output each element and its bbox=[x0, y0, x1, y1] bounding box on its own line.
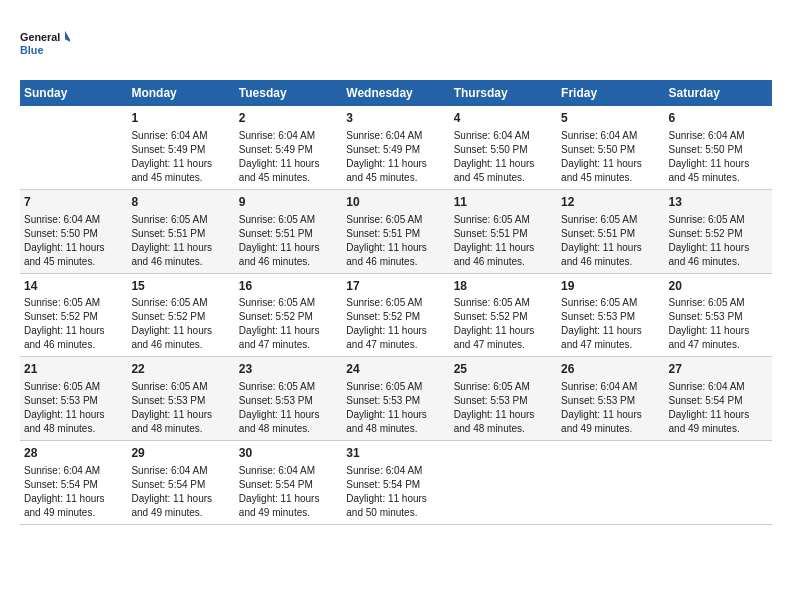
sunrise-text: Sunrise: 6:05 AM bbox=[454, 214, 530, 225]
sunrise-text: Sunrise: 6:04 AM bbox=[239, 130, 315, 141]
logo: General Blue bbox=[20, 20, 70, 70]
cell-details: Sunrise: 6:04 AMSunset: 5:54 PMDaylight:… bbox=[239, 464, 338, 520]
daylight-text: Daylight: 11 hours and 46 minutes. bbox=[561, 242, 642, 267]
sunrise-text: Sunrise: 6:04 AM bbox=[346, 465, 422, 476]
cell-details: Sunrise: 6:05 AMSunset: 5:52 PMDaylight:… bbox=[669, 213, 768, 269]
cell-details: Sunrise: 6:04 AMSunset: 5:50 PMDaylight:… bbox=[24, 213, 123, 269]
day-number: 17 bbox=[346, 278, 445, 295]
day-number: 2 bbox=[239, 110, 338, 127]
day-number: 16 bbox=[239, 278, 338, 295]
day-number: 28 bbox=[24, 445, 123, 462]
svg-text:Blue: Blue bbox=[20, 44, 43, 56]
cell-details: Sunrise: 6:04 AMSunset: 5:54 PMDaylight:… bbox=[24, 464, 123, 520]
page-header: General Blue bbox=[20, 20, 772, 70]
sunrise-text: Sunrise: 6:05 AM bbox=[454, 297, 530, 308]
cell-details: Sunrise: 6:04 AMSunset: 5:53 PMDaylight:… bbox=[561, 380, 660, 436]
cell-details: Sunrise: 6:05 AMSunset: 5:53 PMDaylight:… bbox=[239, 380, 338, 436]
sunset-text: Sunset: 5:50 PM bbox=[24, 228, 98, 239]
daylight-text: Daylight: 11 hours and 48 minutes. bbox=[454, 409, 535, 434]
daylight-text: Daylight: 11 hours and 45 minutes. bbox=[24, 242, 105, 267]
sunset-text: Sunset: 5:50 PM bbox=[669, 144, 743, 155]
calendar-week-4: 21Sunrise: 6:05 AMSunset: 5:53 PMDayligh… bbox=[20, 357, 772, 441]
sunrise-text: Sunrise: 6:04 AM bbox=[239, 465, 315, 476]
calendar-cell: 20Sunrise: 6:05 AMSunset: 5:53 PMDayligh… bbox=[665, 273, 772, 357]
sunset-text: Sunset: 5:54 PM bbox=[669, 395, 743, 406]
sunset-text: Sunset: 5:52 PM bbox=[24, 311, 98, 322]
daylight-text: Daylight: 11 hours and 48 minutes. bbox=[131, 409, 212, 434]
sunrise-text: Sunrise: 6:04 AM bbox=[24, 214, 100, 225]
sunset-text: Sunset: 5:49 PM bbox=[346, 144, 420, 155]
cell-details: Sunrise: 6:04 AMSunset: 5:50 PMDaylight:… bbox=[669, 129, 768, 185]
day-number: 12 bbox=[561, 194, 660, 211]
day-number: 15 bbox=[131, 278, 230, 295]
daylight-text: Daylight: 11 hours and 49 minutes. bbox=[24, 493, 105, 518]
weekday-header-saturday: Saturday bbox=[665, 80, 772, 106]
sunset-text: Sunset: 5:53 PM bbox=[131, 395, 205, 406]
calendar-week-5: 28Sunrise: 6:04 AMSunset: 5:54 PMDayligh… bbox=[20, 441, 772, 525]
sunset-text: Sunset: 5:52 PM bbox=[239, 311, 313, 322]
calendar-cell: 31Sunrise: 6:04 AMSunset: 5:54 PMDayligh… bbox=[342, 441, 449, 525]
day-number: 31 bbox=[346, 445, 445, 462]
day-number: 9 bbox=[239, 194, 338, 211]
sunrise-text: Sunrise: 6:05 AM bbox=[454, 381, 530, 392]
calendar-cell bbox=[450, 441, 557, 525]
cell-details: Sunrise: 6:04 AMSunset: 5:54 PMDaylight:… bbox=[131, 464, 230, 520]
cell-details: Sunrise: 6:04 AMSunset: 5:50 PMDaylight:… bbox=[561, 129, 660, 185]
sunset-text: Sunset: 5:53 PM bbox=[561, 395, 635, 406]
sunset-text: Sunset: 5:51 PM bbox=[239, 228, 313, 239]
svg-marker-2 bbox=[65, 31, 70, 43]
sunset-text: Sunset: 5:50 PM bbox=[561, 144, 635, 155]
daylight-text: Daylight: 11 hours and 49 minutes. bbox=[239, 493, 320, 518]
calendar-cell: 9Sunrise: 6:05 AMSunset: 5:51 PMDaylight… bbox=[235, 189, 342, 273]
sunset-text: Sunset: 5:52 PM bbox=[669, 228, 743, 239]
weekday-header-sunday: Sunday bbox=[20, 80, 127, 106]
day-number: 22 bbox=[131, 361, 230, 378]
day-number: 20 bbox=[669, 278, 768, 295]
sunrise-text: Sunrise: 6:05 AM bbox=[346, 381, 422, 392]
calendar-cell: 19Sunrise: 6:05 AMSunset: 5:53 PMDayligh… bbox=[557, 273, 664, 357]
day-number: 21 bbox=[24, 361, 123, 378]
sunset-text: Sunset: 5:54 PM bbox=[239, 479, 313, 490]
calendar-cell: 23Sunrise: 6:05 AMSunset: 5:53 PMDayligh… bbox=[235, 357, 342, 441]
sunrise-text: Sunrise: 6:04 AM bbox=[131, 465, 207, 476]
daylight-text: Daylight: 11 hours and 45 minutes. bbox=[561, 158, 642, 183]
svg-text:General: General bbox=[20, 31, 60, 43]
sunrise-text: Sunrise: 6:05 AM bbox=[131, 381, 207, 392]
cell-details: Sunrise: 6:05 AMSunset: 5:53 PMDaylight:… bbox=[669, 296, 768, 352]
daylight-text: Daylight: 11 hours and 45 minutes. bbox=[239, 158, 320, 183]
calendar-week-1: 1Sunrise: 6:04 AMSunset: 5:49 PMDaylight… bbox=[20, 106, 772, 189]
sunrise-text: Sunrise: 6:05 AM bbox=[346, 214, 422, 225]
calendar-cell: 4Sunrise: 6:04 AMSunset: 5:50 PMDaylight… bbox=[450, 106, 557, 189]
day-number: 6 bbox=[669, 110, 768, 127]
calendar-cell: 18Sunrise: 6:05 AMSunset: 5:52 PMDayligh… bbox=[450, 273, 557, 357]
day-number: 14 bbox=[24, 278, 123, 295]
daylight-text: Daylight: 11 hours and 46 minutes. bbox=[131, 242, 212, 267]
cell-details: Sunrise: 6:05 AMSunset: 5:52 PMDaylight:… bbox=[239, 296, 338, 352]
sunset-text: Sunset: 5:50 PM bbox=[454, 144, 528, 155]
day-number: 3 bbox=[346, 110, 445, 127]
daylight-text: Daylight: 11 hours and 47 minutes. bbox=[454, 325, 535, 350]
weekday-header-thursday: Thursday bbox=[450, 80, 557, 106]
calendar-cell: 28Sunrise: 6:04 AMSunset: 5:54 PMDayligh… bbox=[20, 441, 127, 525]
calendar-cell: 6Sunrise: 6:04 AMSunset: 5:50 PMDaylight… bbox=[665, 106, 772, 189]
cell-details: Sunrise: 6:04 AMSunset: 5:54 PMDaylight:… bbox=[669, 380, 768, 436]
day-number: 5 bbox=[561, 110, 660, 127]
calendar-cell: 8Sunrise: 6:05 AMSunset: 5:51 PMDaylight… bbox=[127, 189, 234, 273]
calendar-cell: 27Sunrise: 6:04 AMSunset: 5:54 PMDayligh… bbox=[665, 357, 772, 441]
calendar-cell: 29Sunrise: 6:04 AMSunset: 5:54 PMDayligh… bbox=[127, 441, 234, 525]
sunrise-text: Sunrise: 6:04 AM bbox=[131, 130, 207, 141]
sunrise-text: Sunrise: 6:05 AM bbox=[669, 297, 745, 308]
calendar-cell: 25Sunrise: 6:05 AMSunset: 5:53 PMDayligh… bbox=[450, 357, 557, 441]
calendar-cell: 22Sunrise: 6:05 AMSunset: 5:53 PMDayligh… bbox=[127, 357, 234, 441]
sunset-text: Sunset: 5:54 PM bbox=[24, 479, 98, 490]
sunrise-text: Sunrise: 6:05 AM bbox=[669, 214, 745, 225]
daylight-text: Daylight: 11 hours and 46 minutes. bbox=[239, 242, 320, 267]
cell-details: Sunrise: 6:05 AMSunset: 5:53 PMDaylight:… bbox=[454, 380, 553, 436]
daylight-text: Daylight: 11 hours and 46 minutes. bbox=[454, 242, 535, 267]
daylight-text: Daylight: 11 hours and 49 minutes. bbox=[669, 409, 750, 434]
sunset-text: Sunset: 5:52 PM bbox=[131, 311, 205, 322]
daylight-text: Daylight: 11 hours and 45 minutes. bbox=[669, 158, 750, 183]
sunrise-text: Sunrise: 6:04 AM bbox=[24, 465, 100, 476]
weekday-header-friday: Friday bbox=[557, 80, 664, 106]
daylight-text: Daylight: 11 hours and 45 minutes. bbox=[346, 158, 427, 183]
